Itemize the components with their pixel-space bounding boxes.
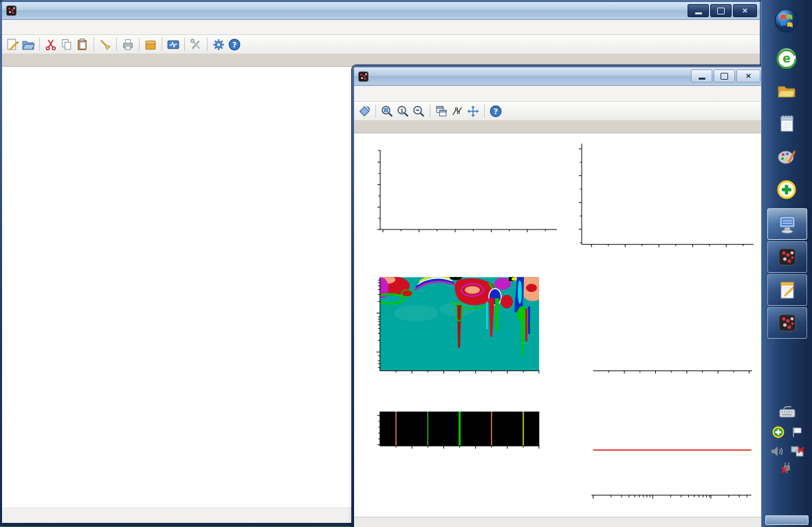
svg-text:e: e bbox=[782, 52, 791, 65]
graphic-menu-file[interactable] bbox=[357, 92, 366, 95]
help-icon[interactable]: ? bbox=[489, 104, 503, 118]
preferences-tools-icon[interactable] bbox=[189, 38, 203, 52]
paint-icon bbox=[776, 146, 798, 168]
help-icon[interactable]: ? bbox=[228, 38, 241, 52]
taskbar-item-paint[interactable] bbox=[767, 142, 806, 172]
file-browser-icon[interactable] bbox=[144, 38, 157, 52]
keyboard-icon[interactable] bbox=[778, 404, 796, 419]
graphic-tab-label bbox=[354, 121, 763, 133]
console-menubar bbox=[2, 20, 760, 35]
browser-360-icon: e bbox=[776, 47, 798, 69]
plot1-axes bbox=[377, 150, 557, 232]
scinotes-icon bbox=[776, 279, 798, 301]
graphic-menu-edit[interactable] bbox=[379, 92, 388, 95]
flag-icon[interactable] bbox=[791, 425, 803, 439]
plot5-peak-marks bbox=[380, 412, 540, 446]
zoom-original-icon[interactable]: 1 bbox=[396, 104, 410, 118]
graphic-toolbar: 1 ? bbox=[354, 102, 763, 121]
console-toolbar: ? bbox=[2, 35, 760, 54]
plot2-axes bbox=[579, 144, 754, 247]
explorer-folder-icon bbox=[776, 80, 798, 102]
console-menu-help[interactable] bbox=[49, 26, 58, 29]
taskbar-item-scilab-graphic[interactable] bbox=[767, 307, 807, 339]
scalogram-heatmap bbox=[374, 276, 539, 371]
graphic-titlebar[interactable]: ✕ bbox=[354, 67, 763, 86]
new-file-icon[interactable] bbox=[6, 38, 19, 52]
taskbar-item-360safe[interactable] bbox=[767, 175, 806, 205]
open-file-icon[interactable] bbox=[21, 38, 35, 52]
green-plus-shield-icon bbox=[776, 179, 798, 201]
graphic-minimize-button[interactable] bbox=[691, 69, 712, 82]
show-desktop-button[interactable] bbox=[765, 515, 809, 525]
cut-icon[interactable] bbox=[44, 38, 58, 52]
graphic-close-button[interactable]: ✕ bbox=[736, 69, 760, 82]
settings-gear-icon[interactable] bbox=[212, 38, 226, 52]
paste-icon[interactable] bbox=[76, 38, 89, 52]
notepad-icon bbox=[776, 113, 798, 135]
scilab-app-icon bbox=[776, 312, 798, 334]
display-keyboard-icon bbox=[776, 213, 798, 235]
console-menu-edit[interactable] bbox=[16, 26, 25, 29]
graphic-menu-tools[interactable] bbox=[368, 92, 377, 95]
volume-icon[interactable] bbox=[769, 445, 784, 458]
tray-row-1 bbox=[762, 425, 812, 440]
console-titlebar[interactable]: ✕ bbox=[2, 2, 760, 20]
copy-figure-icon[interactable] bbox=[435, 104, 448, 118]
power-disconnected-icon[interactable] bbox=[780, 460, 795, 475]
taskbar-item-scilab-console[interactable] bbox=[767, 241, 807, 273]
taskbar: e bbox=[761, 0, 812, 527]
print-icon[interactable] bbox=[121, 38, 135, 52]
graphic-window: ✕ 1 ? bbox=[352, 65, 765, 527]
taskbar-item-display[interactable] bbox=[767, 208, 807, 240]
windows-start-icon bbox=[773, 8, 800, 34]
taskbar-item-scinotes[interactable] bbox=[767, 274, 807, 306]
scilab-app-icon bbox=[776, 246, 798, 268]
plot6-axes bbox=[591, 495, 751, 499]
console-menu-file[interactable] bbox=[5, 26, 14, 29]
svg-text:1: 1 bbox=[400, 107, 404, 113]
clear-console-icon[interactable] bbox=[98, 38, 112, 52]
graphic-menubar bbox=[354, 86, 763, 102]
taskbar-item-explorer[interactable] bbox=[767, 76, 806, 106]
svg-text:?: ? bbox=[494, 106, 498, 115]
tray-row-3 bbox=[762, 460, 812, 475]
console-close-button[interactable]: ✕ bbox=[733, 4, 757, 17]
tray-row-2 bbox=[762, 444, 812, 459]
pan-icon[interactable] bbox=[466, 104, 480, 118]
console-minimize-button[interactable] bbox=[688, 4, 709, 17]
scilab-icon bbox=[358, 71, 369, 82]
copy-icon[interactable] bbox=[60, 38, 74, 52]
console-maximize-button[interactable] bbox=[710, 4, 732, 17]
graphic-window-bottom-strip bbox=[354, 517, 763, 527]
zoom-out-icon[interactable] bbox=[412, 104, 426, 118]
rotate-3d-icon[interactable] bbox=[358, 104, 371, 118]
console-menu-control[interactable] bbox=[27, 26, 36, 29]
figure-canvas bbox=[354, 133, 763, 527]
taskbar-item-notepad[interactable] bbox=[767, 109, 806, 139]
antivirus-tray-icon[interactable] bbox=[771, 425, 785, 439]
plot4-axes bbox=[593, 371, 752, 374]
start-button[interactable] bbox=[767, 5, 806, 36]
graphic-maximize-button[interactable] bbox=[714, 69, 735, 82]
scilab-icon bbox=[6, 5, 17, 16]
datatip-icon[interactable] bbox=[450, 104, 464, 118]
svg-text:?: ? bbox=[232, 40, 237, 49]
graphic-menu-help[interactable] bbox=[390, 92, 399, 95]
console-box-icon[interactable] bbox=[166, 38, 180, 52]
network-disconnected-icon[interactable] bbox=[790, 445, 805, 458]
tray-row-keyboard bbox=[762, 404, 812, 419]
console-menu-applications[interactable] bbox=[38, 26, 47, 29]
zoom-area-icon[interactable] bbox=[380, 104, 394, 118]
plots-svg bbox=[354, 133, 759, 527]
taskbar-item-browser[interactable]: e bbox=[767, 43, 806, 73]
